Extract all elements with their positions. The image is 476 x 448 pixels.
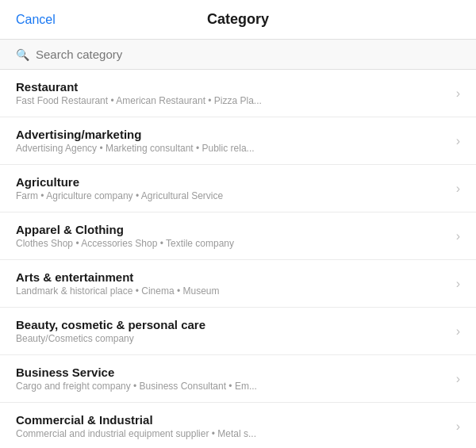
search-bar: 🔍 [0,40,476,70]
category-subcategories: Cargo and freight company • Business Con… [16,381,365,392]
category-name: Commercial & Industrial [16,413,448,427]
chevron-right-icon: › [456,277,460,291]
chevron-right-icon: › [456,372,460,386]
category-name: Arts & entertainment [16,270,448,284]
category-text: Commercial & Industrial Commercial and i… [16,413,448,439]
list-item[interactable]: Commercial & Industrial Commercial and i… [0,403,476,448]
category-subcategories: Beauty/Cosmetics company [16,333,365,344]
search-icon: 🔍 [16,48,29,61]
list-item[interactable]: Apparel & Clothing Clothes Shop • Access… [0,213,476,260]
list-item[interactable]: Agriculture Farm • Agriculture company •… [0,165,476,213]
page-container: Cancel Category 🔍 Restaurant Fast Food R… [0,0,476,448]
chevron-right-icon: › [456,134,460,148]
category-text: Apparel & Clothing Clothes Shop • Access… [16,223,448,249]
category-text: Beauty, cosmetic & personal care Beauty/… [16,318,448,344]
list-item[interactable]: Beauty, cosmetic & personal care Beauty/… [0,308,476,355]
category-name: Business Service [16,366,448,379]
cancel-button[interactable]: Cancel [16,13,56,27]
search-input[interactable] [36,48,460,61]
category-text: Agriculture Farm • Agriculture company •… [16,175,448,201]
category-text: Restaurant Fast Food Restaurant • Americ… [16,80,448,106]
category-subcategories: Commercial and industrial equipment supp… [16,428,365,439]
chevron-right-icon: › [456,229,460,243]
category-subcategories: Advertising Agency • Marketing consultan… [16,143,365,154]
category-name: Apparel & Clothing [16,223,448,236]
category-subcategories: Landmark & historical place • Cinema • M… [16,285,365,297]
category-subcategories: Fast Food Restaurant • American Restaura… [16,95,365,106]
list-item[interactable]: Advertising/marketing Advertising Agency… [0,117,476,165]
page-title: Category [207,11,269,28]
category-subcategories: Clothes Shop • Accessories Shop • Textil… [16,238,365,249]
list-item[interactable]: Business Service Cargo and freight compa… [0,355,476,403]
category-subcategories: Farm • Agriculture company • Agricultura… [16,190,365,201]
category-name: Restaurant [16,80,448,94]
chevron-right-icon: › [456,86,460,101]
list-item[interactable]: Restaurant Fast Food Restaurant • Americ… [0,70,476,117]
category-name: Advertising/marketing [16,128,448,141]
category-name: Agriculture [16,175,448,189]
chevron-right-icon: › [456,324,460,339]
category-name: Beauty, cosmetic & personal care [16,318,448,331]
category-list: Restaurant Fast Food Restaurant • Americ… [0,70,476,448]
category-text: Business Service Cargo and freight compa… [16,366,448,392]
header: Cancel Category [0,0,476,40]
chevron-right-icon: › [456,182,460,196]
category-text: Arts & entertainment Landmark & historic… [16,270,448,297]
category-text: Advertising/marketing Advertising Agency… [16,128,448,154]
list-item[interactable]: Arts & entertainment Landmark & historic… [0,260,476,308]
chevron-right-icon: › [456,419,460,434]
